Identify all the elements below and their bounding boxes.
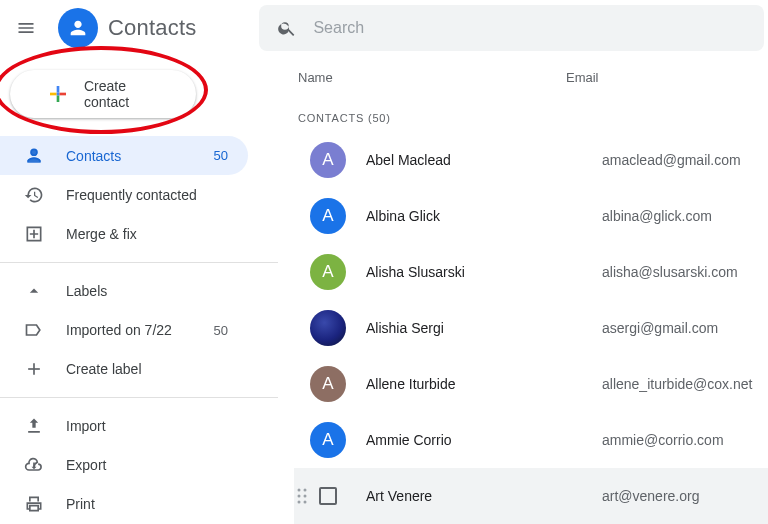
sidebar-item-frequently-contacted[interactable]: Frequently contacted [0, 175, 248, 214]
contact-name: Art Venere [366, 488, 602, 504]
sidebar-item-label: Contacts [66, 148, 214, 164]
contact-avatar: A [310, 142, 346, 178]
divider [0, 262, 278, 263]
contact-row[interactable]: AAmmie Corrioammie@corrio.com [294, 412, 768, 468]
contact-email: ammie@corrio.com [602, 432, 724, 448]
divider [0, 397, 278, 398]
contact-row[interactable]: AAllene Iturbideallene_iturbide@cox.net [294, 356, 768, 412]
contact-row[interactable]: Alishia Sergiasergi@gmail.com [294, 300, 768, 356]
svg-point-1 [298, 489, 301, 492]
svg-point-4 [304, 495, 307, 498]
column-name: Name [294, 70, 566, 85]
app-title: Contacts [108, 15, 196, 41]
contact-email: alisha@slusarski.com [602, 264, 738, 280]
contact-name: Allene Iturbide [366, 376, 602, 392]
sidebar-item-label: Import [66, 418, 228, 434]
contact-row[interactable]: AAlisha Slusarskialisha@slusarski.com [294, 244, 768, 300]
contact-name: Abel Maclead [366, 152, 602, 168]
contact-row[interactable]: AAbel Macleadamaclead@gmail.com [294, 132, 768, 188]
main-menu-button[interactable] [14, 16, 38, 40]
sidebar-item-label: Create label [66, 361, 228, 377]
sidebar-label-item[interactable]: Imported on 7/22 50 [0, 310, 248, 349]
import-icon [24, 416, 44, 436]
contacts-logo [58, 8, 98, 48]
column-headers: Name Email [294, 56, 768, 98]
contact-email: asergi@gmail.com [602, 320, 718, 336]
contact-name: Ammie Corrio [366, 432, 602, 448]
svg-point-2 [304, 489, 307, 492]
section-heading: CONTACTS (50) [298, 112, 768, 124]
svg-rect-0 [57, 93, 60, 96]
plus-icon [46, 82, 70, 106]
contact-name: Alishia Sergi [366, 320, 602, 336]
contact-email: amaclead@gmail.com [602, 152, 741, 168]
sidebar-export[interactable]: Export [0, 445, 248, 484]
plus-icon [24, 359, 44, 379]
sidebar-item-label: Export [66, 457, 228, 473]
search-icon [277, 18, 297, 38]
sidebar-item-label: Labels [66, 283, 228, 299]
contact-avatar: A [310, 422, 346, 458]
sidebar-item-contacts[interactable]: Contacts 50 [0, 136, 248, 175]
contact-name: Alisha Slusarski [366, 264, 602, 280]
sidebar-item-label: Print [66, 496, 228, 512]
select-checkbox[interactable] [310, 478, 346, 514]
label-icon [24, 320, 44, 340]
search-input[interactable] [311, 18, 746, 38]
person-icon [24, 146, 44, 166]
create-contact-button[interactable]: Create contact [10, 70, 196, 118]
sidebar-import[interactable]: Import [0, 406, 248, 445]
export-icon [24, 455, 44, 475]
column-email: Email [566, 70, 768, 85]
merge-icon [24, 224, 44, 244]
sidebar-item-count: 50 [214, 323, 228, 338]
contact-name: Albina Glick [366, 208, 602, 224]
svg-point-5 [298, 501, 301, 504]
sidebar-create-label[interactable]: Create label [0, 350, 248, 389]
sidebar-item-label: Merge & fix [66, 226, 228, 242]
svg-point-6 [304, 501, 307, 504]
contact-avatar: A [310, 198, 346, 234]
search-bar[interactable] [259, 5, 764, 51]
history-icon [24, 185, 44, 205]
contact-email: art@venere.org [602, 488, 699, 504]
svg-point-3 [298, 495, 301, 498]
print-icon [24, 494, 44, 514]
sidebar-item-label: Frequently contacted [66, 187, 228, 203]
sidebar-item-count: 50 [214, 148, 228, 163]
chevron-up-icon [24, 281, 44, 301]
sidebar-print[interactable]: Print [0, 485, 248, 524]
contact-email: allene_iturbide@cox.net [602, 376, 752, 392]
drag-handle-icon[interactable] [294, 488, 310, 504]
sidebar-item-label: Imported on 7/22 [66, 322, 214, 338]
contact-avatar [310, 310, 346, 346]
contact-row[interactable]: Art Venereart@venere.org [294, 468, 768, 524]
contact-row[interactable]: AAlbina Glickalbina@glick.com [294, 188, 768, 244]
contact-email: albina@glick.com [602, 208, 712, 224]
contact-avatar: A [310, 366, 346, 402]
create-contact-label: Create contact [84, 78, 174, 110]
sidebar-labels-header[interactable]: Labels [0, 271, 248, 310]
sidebar-item-merge-fix[interactable]: Merge & fix [0, 215, 248, 254]
contact-avatar: A [310, 254, 346, 290]
